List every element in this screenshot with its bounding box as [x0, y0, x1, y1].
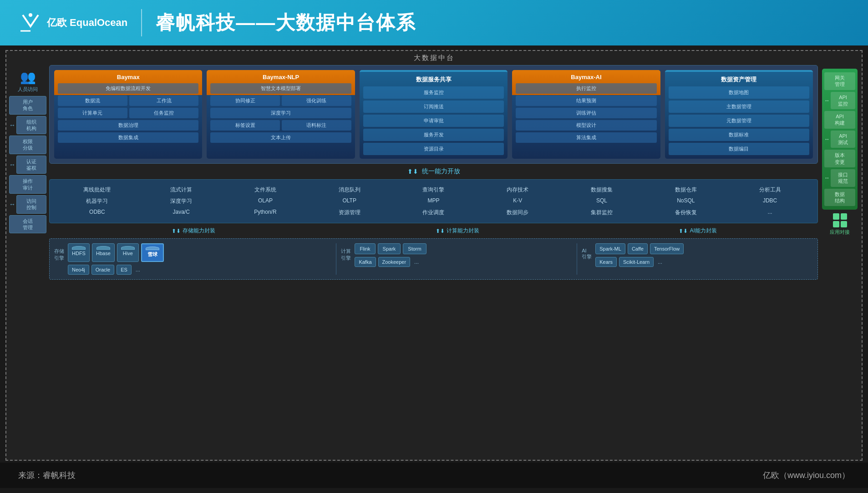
top-modules: Baymax 免编程数据流程开发 数据流 工作流 计算单元 任务监控: [49, 65, 818, 164]
cap-item: NoSQL: [647, 197, 724, 205]
compute-row-1: Flink Spark Storm: [355, 243, 572, 254]
left-arrow-1: 用户角色: [9, 96, 46, 115]
rp-api-test: API测试: [831, 131, 855, 148]
module-ai-title: Baymax-AI: [516, 74, 656, 83]
encap-headers: ⬆⬇存储能力封装 ⬆⬇计算能力封装 ⬆⬇AI能力封装: [49, 227, 818, 235]
baymax-row-1: 数据流 工作流: [58, 96, 198, 106]
rp-api-build: API构建: [824, 111, 855, 129]
cap-item: 资源管理: [311, 209, 388, 216]
ai-row-1: Spark-ML Caffe TensorFlow: [595, 243, 813, 254]
divider-2: [577, 243, 577, 275]
storage-row-1: HDFS Hbase Hive: [68, 243, 331, 262]
rp-api-monitor: API监控: [831, 92, 855, 110]
app-connect: 应用对接: [830, 213, 850, 236]
module-asset-items: 数据地图 主数据管理 元数据管理 数据标准 数据编目: [669, 86, 809, 155]
unified-capability: ⬆⬇ 统一能力开放: [49, 167, 818, 176]
cap-item: ODBC: [59, 209, 136, 216]
left-sidebar: 👥 人员访问 用户角色 ↔ 组织机构 权限分级 ↔ 认证鉴权 操作审计: [9, 65, 46, 456]
storage-engine: 存储引擎 HDFS Hbase: [54, 243, 331, 275]
compute-row-2: Kafka Zookeeper ...: [355, 257, 572, 267]
engines-section: 存储引擎 HDFS Hbase: [49, 238, 818, 280]
footer: 来源：睿帆科技 亿欧（www.iyiou.com）: [0, 463, 868, 488]
cap-item: 作业调度: [395, 209, 472, 216]
capabilities-area: 离线批处理 流式计算 文件系统 消息队列 查询引擎 内存技术 数据搜集 数据仓库…: [49, 179, 818, 223]
app-icon: [833, 213, 847, 227]
cap-item: 数据仓库: [647, 186, 724, 194]
header-title: 睿帆科技——大数据中台体系: [156, 10, 416, 35]
cap-item: 数据搜集: [563, 186, 640, 194]
compute-label: 计算引擎: [341, 243, 351, 262]
xueqiu-item: 雪球: [141, 243, 164, 262]
right-sidebar: 网关管理 ↔ API监控 API构建 ↔ API测试 版本变更 ↔ 接口规范: [821, 65, 859, 456]
module-service-items: 服务监控 订阅推送 申请审批 服务开发 资源目录: [363, 86, 504, 155]
rp-data-structure: 数据结构: [824, 189, 855, 206]
left-arrow-2: ↔ 组织机构: [9, 116, 46, 135]
cap-item: Python/R: [227, 209, 304, 216]
cap-item: SQL: [563, 197, 640, 205]
ai-engine: AI引擎 Spark-ML Caffe TensorFlow Kears Sci…: [582, 243, 813, 275]
sidebar-item-perm: 权限分级: [9, 136, 46, 154]
module-nlp-title: Baymax-NLP: [210, 74, 351, 83]
bigdata-label: 大数据中台: [9, 54, 859, 62]
module-baymax: Baymax 免编程数据流程开发 数据流 工作流 计算单元 任务监控: [54, 70, 202, 159]
cap-item: 文件系统: [227, 186, 304, 194]
sidebar-item-audit: 操作审计: [9, 175, 46, 194]
cap-item: 数据同步: [479, 209, 556, 216]
cap-item: ...: [731, 209, 808, 216]
personnel-label: 人员访问: [18, 86, 38, 93]
baymax-item-1: 免编程数据流程开发: [58, 83, 198, 94]
hive-item: Hive: [117, 243, 139, 262]
cap-item: 离线批处理: [59, 186, 136, 194]
center-area: Baymax 免编程数据流程开发 数据流 工作流 计算单元 任务监控: [49, 65, 818, 456]
compute-engine: 计算引擎 Flink Spark Storm Kafka Zookeeper .…: [341, 243, 572, 275]
module-ai: Baymax-AI 执行监控 结果预测 训练评估 模型设计 算法集成: [512, 70, 660, 159]
rp-version: 版本变更: [824, 150, 855, 167]
module-nlp-items: 智慧文本模型部署 协同修正 强化训练 深度学习 标签设置 语料标注 文本上传: [210, 83, 351, 143]
capabilities-grid: 离线批处理 流式计算 文件系统 消息队列 查询引擎 内存技术 数据搜集 数据仓库…: [59, 186, 808, 216]
cap-item: 深度学习: [143, 197, 220, 205]
module-service: 数据服务共享 服务监控 订阅推送 申请审批 服务开发 资源目录: [360, 70, 508, 159]
module-asset-title: 数据资产管理: [669, 75, 809, 86]
module-baymax-title: Baymax: [58, 74, 198, 83]
divider-1: [336, 243, 336, 275]
rp-interface: 接口规范: [831, 169, 855, 187]
header-divider: [141, 9, 142, 36]
ai-label: AI引擎: [582, 243, 592, 260]
unified-arrow: ⬆⬇: [407, 168, 418, 175]
svg-point-0: [29, 13, 32, 17]
ai-items: Spark-ML Caffe TensorFlow Kears Scikit-L…: [595, 243, 813, 267]
footer-source: 来源：睿帆科技: [18, 470, 76, 481]
cap-item: 集群监控: [563, 209, 640, 216]
app-label: 应用对接: [830, 229, 850, 236]
module-service-title: 数据服务共享: [363, 75, 504, 86]
hbase-item: Hbase: [92, 243, 115, 262]
right-panel-green: 网关管理 ↔ API监控 API构建 ↔ API测试 版本变更 ↔ 接口规范: [822, 69, 858, 210]
sidebar-item-org: 组织机构: [16, 116, 46, 135]
module-baymax-items: 免编程数据流程开发 数据流 工作流 计算单元 任务监控 数据治理 数据集成: [58, 83, 198, 143]
cap-item: 流式计算: [143, 186, 220, 194]
logo-icon: [18, 10, 43, 35]
hdfs-item: HDFS: [68, 243, 90, 262]
storage-row-2: Neo4j Oracle ES ...: [68, 265, 331, 275]
personnel-icon: 👥: [20, 70, 36, 85]
baymax-row-2: 计算单元 任务监控: [58, 108, 198, 118]
cap-item: Java/C: [143, 209, 220, 216]
header: 亿欧 EqualOcean 睿帆科技——大数据中台体系: [0, 0, 868, 45]
sidebar-item-user: 用户角色: [9, 96, 46, 115]
sidebar-item-session: 会话管理: [9, 215, 46, 234]
footer-website: 亿欧（www.iyiou.com）: [763, 470, 850, 481]
cap-item: 分析工具: [731, 186, 808, 194]
cap-item: 内存技术: [479, 186, 556, 194]
cap-item: 消息队列: [311, 186, 388, 194]
storage-items: HDFS Hbase Hive: [68, 243, 331, 275]
module-ai-items: 执行监控 结果预测 训练评估 模型设计 算法集成: [516, 83, 656, 143]
module-asset: 数据资产管理 数据地图 主数据管理 元数据管理 数据标准 数据编目: [665, 70, 813, 159]
storage-label: 存储引擎: [54, 243, 64, 262]
cap-item: K-V: [479, 197, 556, 205]
cap-item: 备份恢复: [647, 209, 724, 216]
cap-item: 查询引擎: [395, 186, 472, 194]
module-nlp: Baymax-NLP 智慧文本模型部署 协同修正 强化训练 深度学习 标签设置 …: [207, 70, 355, 159]
sidebar-item-auth: 认证鉴权: [16, 156, 46, 174]
rp-gateway: 网关管理: [824, 72, 855, 90]
cap-item: JDBC: [731, 197, 808, 205]
